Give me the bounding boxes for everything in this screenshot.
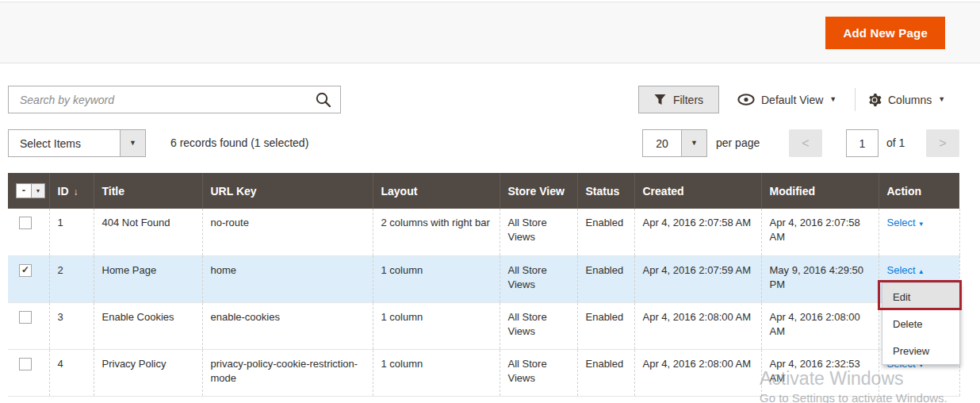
column-header-modified[interactable]: Modified bbox=[761, 173, 879, 209]
cell-url-key: no-route bbox=[202, 209, 373, 255]
cell-layout: 1 column bbox=[373, 302, 500, 349]
column-header-created[interactable]: Created bbox=[634, 173, 761, 209]
cell-title: Enable Cookies bbox=[94, 302, 202, 349]
cell-created: Apr 4, 2016 2:07:59 AM bbox=[634, 255, 761, 302]
cell-title: 404 Not Found bbox=[94, 209, 202, 255]
search-icon[interactable] bbox=[315, 91, 332, 109]
cell-created: Apr 4, 2016 2:08:00 AM bbox=[634, 302, 761, 349]
table-row: 4 Privacy Policy privacy-policy-cookie-r… bbox=[8, 349, 959, 396]
cell-id: 3 bbox=[49, 302, 94, 349]
page-header-bar: Add New Page bbox=[0, 2, 980, 63]
next-page-button[interactable]: > bbox=[926, 129, 959, 157]
view-selector[interactable]: Default View ▼ bbox=[737, 86, 836, 113]
cell-status: Enabled bbox=[577, 349, 634, 396]
gear-icon bbox=[867, 93, 882, 107]
column-header-action: Action bbox=[879, 173, 959, 209]
cell-id: 4 bbox=[49, 349, 94, 396]
menu-item-delete[interactable]: Delete bbox=[882, 310, 959, 337]
filter-funnel-icon bbox=[654, 94, 666, 106]
column-header-title[interactable]: Title bbox=[94, 173, 202, 209]
cell-created: Apr 4, 2016 2:07:58 AM bbox=[634, 209, 761, 255]
menu-item-preview[interactable]: Preview bbox=[882, 337, 959, 364]
select-all-header: - ▼ bbox=[8, 173, 49, 209]
column-header-id[interactable]: ID↓ bbox=[49, 173, 94, 209]
per-page-label: per page bbox=[716, 136, 760, 149]
chevron-up-icon: ▲ bbox=[918, 268, 924, 275]
search-input[interactable] bbox=[9, 86, 340, 113]
keyword-search bbox=[8, 86, 341, 113]
partial-select-indicator: - bbox=[16, 183, 32, 198]
columns-label: Columns bbox=[888, 94, 932, 106]
cell-created: Apr 4, 2016 2:08:00 AM bbox=[634, 349, 761, 396]
current-page-input[interactable]: 1 bbox=[846, 129, 879, 157]
sort-descending-icon: ↓ bbox=[74, 186, 78, 198]
cell-store-view: All Store Views bbox=[500, 255, 577, 302]
header-label: ID bbox=[58, 185, 69, 198]
per-page-caret-button[interactable]: ▼ bbox=[681, 129, 707, 157]
cell-modified: May 9, 2016 4:29:50 PM bbox=[761, 255, 879, 302]
cell-status: Enabled bbox=[577, 255, 634, 302]
row-action-select-open[interactable]: Select▲ bbox=[887, 264, 924, 276]
previous-page-button[interactable]: < bbox=[789, 129, 822, 157]
select-all-dropdown[interactable]: - ▼ bbox=[16, 183, 45, 198]
cell-modified: Apr 4, 2016 2:08:00 AM bbox=[761, 302, 879, 349]
cell-modified: Apr 4, 2016 2:32:53 AM bbox=[761, 349, 879, 396]
eye-icon bbox=[737, 94, 755, 106]
menu-item-edit[interactable]: Edit bbox=[882, 283, 959, 310]
column-header-store-view[interactable]: Store View bbox=[500, 173, 577, 209]
cell-store-view: All Store Views bbox=[500, 209, 577, 255]
cell-url-key: home bbox=[202, 255, 373, 302]
view-label: Default View bbox=[761, 94, 823, 106]
row-action-select[interactable]: Select▼ bbox=[887, 217, 924, 228]
column-header-layout[interactable]: Layout bbox=[373, 173, 500, 209]
cell-status: Enabled bbox=[577, 209, 634, 255]
toolbar-divider bbox=[855, 88, 856, 111]
row-checkbox[interactable] bbox=[19, 217, 32, 229]
cell-store-view: All Store Views bbox=[500, 349, 577, 396]
cell-title: Privacy Policy bbox=[94, 349, 202, 396]
filters-label: Filters bbox=[673, 94, 703, 106]
cell-layout: 1 column bbox=[373, 349, 500, 396]
chevron-down-icon: ▼ bbox=[918, 221, 924, 228]
row-checkbox[interactable] bbox=[19, 311, 32, 324]
table-row: 3 Enable Cookies enable-cookies 1 column… bbox=[8, 302, 959, 349]
chevron-down-icon: ▼ bbox=[691, 140, 698, 147]
cell-url-key: privacy-policy-cookie-restriction-mode bbox=[202, 349, 373, 396]
cell-layout: 1 column bbox=[373, 255, 500, 302]
grid-header-row: - ▼ ID↓ Title URL Key Layout Store View … bbox=[8, 173, 959, 209]
chevron-down-icon: ▼ bbox=[36, 188, 41, 194]
mass-action-dropdown[interactable]: Select Items ▼ bbox=[8, 129, 146, 157]
columns-selector[interactable]: Columns ▼ bbox=[867, 86, 945, 113]
cell-store-view: All Store Views bbox=[500, 302, 577, 349]
chevron-down-icon: ▼ bbox=[129, 140, 136, 147]
select-all-caret-button[interactable]: ▼ bbox=[32, 183, 45, 198]
total-pages-label: of 1 bbox=[886, 136, 905, 149]
column-header-status[interactable]: Status bbox=[577, 173, 634, 209]
cell-id: 2 bbox=[49, 255, 94, 302]
cell-url-key: enable-cookies bbox=[202, 302, 373, 349]
table-row: 1 404 Not Found no-route 2 columns with … bbox=[8, 209, 959, 255]
cell-layout: 2 columns with right bar bbox=[373, 209, 500, 255]
filters-button[interactable]: Filters bbox=[638, 86, 719, 113]
row-checkbox-checked[interactable]: ✓ bbox=[19, 264, 32, 277]
add-new-page-button[interactable]: Add New Page bbox=[825, 17, 945, 49]
cell-status: Enabled bbox=[577, 302, 634, 349]
records-summary: 6 records found (1 selected) bbox=[170, 136, 308, 149]
mass-action-label: Select Items bbox=[8, 129, 121, 157]
per-page-value: 20 bbox=[642, 129, 682, 157]
cell-id: 1 bbox=[49, 209, 94, 255]
mass-action-caret-button[interactable]: ▼ bbox=[120, 129, 146, 157]
row-action-menu: Edit Delete Preview bbox=[882, 282, 960, 365]
per-page-dropdown[interactable]: 20 ▼ bbox=[642, 129, 707, 157]
table-row-selected: ✓ 2 Home Page home 1 column All Store Vi… bbox=[8, 255, 959, 302]
chevron-down-icon: ▼ bbox=[938, 96, 945, 103]
column-header-url-key[interactable]: URL Key bbox=[202, 173, 373, 209]
cms-pages-grid: - ▼ ID↓ Title URL Key Layout Store View … bbox=[8, 173, 959, 397]
row-checkbox[interactable] bbox=[19, 358, 32, 370]
chevron-down-icon: ▼ bbox=[829, 96, 836, 103]
cell-modified: Apr 4, 2016 2:07:58 AM bbox=[761, 209, 879, 255]
cell-title: Home Page bbox=[94, 255, 202, 302]
